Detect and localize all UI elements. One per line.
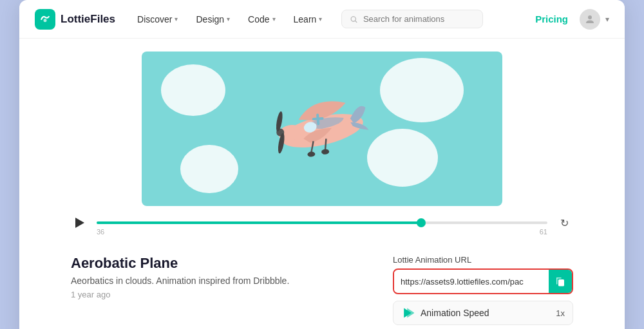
nav-item-learn[interactable]: Learn ▾ <box>287 10 329 28</box>
animation-time: 1 year ago <box>71 290 377 299</box>
url-section: Lottie Animation URL <box>393 255 573 325</box>
speed-label: Animation Speed <box>421 308 549 318</box>
cloud-decoration <box>161 64 225 116</box>
animation-title: Aerobatic Plane <box>71 255 377 272</box>
logo-text: LottieFiles <box>61 13 115 26</box>
svg-point-14 <box>321 149 330 155</box>
main-window: LottieFiles Discover ▾ Design ▾ Code ▾ L… <box>19 0 625 329</box>
progress-fill <box>97 221 421 224</box>
url-box <box>393 268 573 294</box>
user-chevron-icon[interactable]: ▾ <box>605 15 609 24</box>
chevron-down-icon: ▾ <box>175 15 178 23</box>
svg-rect-15 <box>558 279 564 287</box>
play-button[interactable] <box>71 214 89 232</box>
content-area: 36 61 ↻ Aerobatic Plane Aeorbatics in cl… <box>19 39 625 329</box>
logo-area[interactable]: LottieFiles <box>35 9 115 30</box>
speed-section[interactable]: Animation Speed 1x <box>393 301 573 325</box>
animation-canvas <box>142 52 502 206</box>
speed-icon <box>401 306 414 319</box>
search-bar[interactable] <box>341 10 483 28</box>
cloud-decoration <box>380 58 464 122</box>
copy-icon <box>554 276 566 287</box>
navbar: LottieFiles Discover ▾ Design ▾ Code ▾ L… <box>19 0 625 39</box>
svg-point-0 <box>44 19 47 22</box>
play-icon <box>75 218 84 228</box>
avatar[interactable] <box>580 9 600 30</box>
copy-url-button[interactable] <box>549 270 572 293</box>
nav-item-code[interactable]: Code ▾ <box>242 10 281 28</box>
nav-right: Pricing ▾ <box>529 9 609 30</box>
refresh-icon: ↻ <box>560 217 569 229</box>
bottom-info: Aerobatic Plane Aeorbatics in clouds. An… <box>19 240 625 329</box>
progress-thumb[interactable] <box>417 218 426 227</box>
nav-item-discover[interactable]: Discover ▾ <box>131 10 184 28</box>
player-controls: 36 61 ↻ <box>19 206 625 240</box>
svg-point-13 <box>307 151 316 157</box>
url-label: Lottie Animation URL <box>393 255 573 265</box>
animation-description: Aeorbatics in clouds. Animation inspired… <box>71 276 377 286</box>
chevron-down-icon: ▾ <box>272 15 276 23</box>
search-input[interactable] <box>363 14 475 24</box>
speed-value: 1x <box>556 308 565 318</box>
search-icon <box>350 15 358 24</box>
svg-marker-17 <box>407 308 414 318</box>
logo-icon <box>35 9 55 30</box>
time-end-label: 61 <box>540 228 547 236</box>
cloud-decoration <box>180 145 238 193</box>
animation-area <box>19 39 625 206</box>
svg-point-2 <box>588 15 592 19</box>
pricing-button[interactable]: Pricing <box>529 10 574 28</box>
plane-animation <box>247 70 397 188</box>
chevron-down-icon: ▾ <box>227 15 230 23</box>
progress-track[interactable]: 36 61 <box>97 221 547 224</box>
animation-info: Aerobatic Plane Aeorbatics in clouds. An… <box>71 255 377 299</box>
time-start-label: 36 <box>97 228 104 236</box>
chevron-down-icon: ▾ <box>319 15 322 23</box>
refresh-button[interactable]: ↻ <box>555 214 573 232</box>
url-input[interactable] <box>394 272 549 292</box>
nav-item-design[interactable]: Design ▾ <box>189 10 236 28</box>
